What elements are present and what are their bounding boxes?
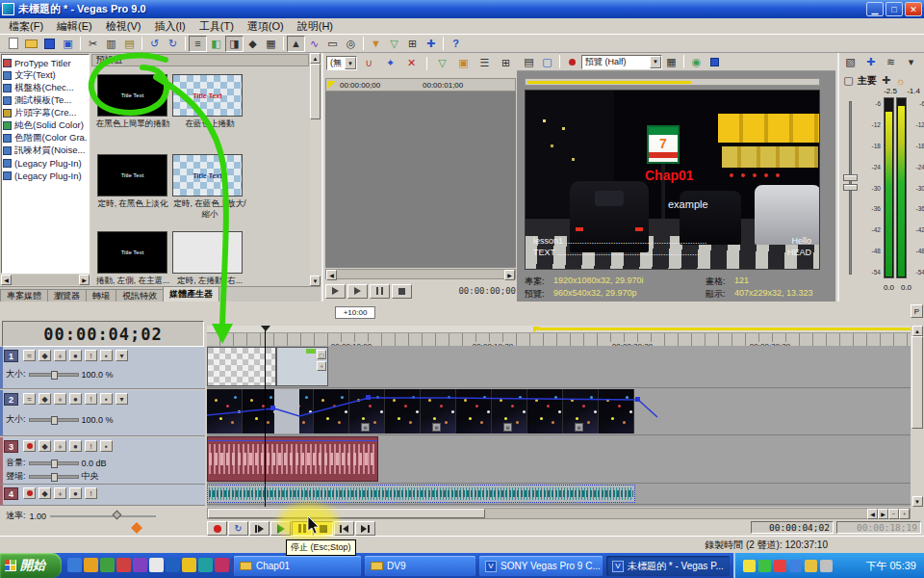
arm-record-icon[interactable] <box>23 487 36 499</box>
tray-network-icon[interactable] <box>789 560 802 572</box>
scrollbar-thumb[interactable] <box>208 509 485 518</box>
master-fader-handle-right[interactable] <box>843 184 858 191</box>
quicklaunch-browser-icon[interactable] <box>67 558 82 572</box>
quicklaunch-winamp-icon[interactable] <box>198 558 213 572</box>
preset-thumbnail[interactable]: Title Text <box>97 154 167 197</box>
record-icon[interactable] <box>563 54 581 70</box>
trimmer-play-icon[interactable] <box>325 284 346 299</box>
tab-video-fx[interactable]: 視訊特效 <box>116 289 164 302</box>
taskbar-task-chap01[interactable]: Chap01 <box>234 556 361 576</box>
minimize-button[interactable]: ▁ <box>866 2 884 16</box>
ignore-grouping-icon[interactable]: ▦ <box>262 36 280 52</box>
solo-icon[interactable]: ! <box>85 440 97 452</box>
solo-icon[interactable]: ! <box>85 393 97 405</box>
generator-item[interactable]: 文字(Text) <box>3 69 88 82</box>
track-lanes[interactable]: ▢ ＋ ⊞ ⊞ <box>207 346 911 507</box>
save-snapshot-icon[interactable] <box>706 54 724 70</box>
downmix-icon[interactable]: ▾ <box>902 54 920 70</box>
bypass-motion-blur-icon[interactable]: ≈ <box>23 393 36 405</box>
tray-volume-icon[interactable] <box>805 560 817 572</box>
play-from-start-button[interactable] <box>249 521 270 536</box>
taskbar-task-dv9[interactable]: DV9 <box>365 556 475 576</box>
mute-icon[interactable]: ● <box>69 487 82 499</box>
mute-icon[interactable]: ● <box>69 440 82 452</box>
preset-thumbnail[interactable]: Title Text <box>97 231 167 274</box>
automation-icon[interactable]: ▪ <box>100 393 113 405</box>
hamburger-icon[interactable]: ☰ <box>475 55 494 71</box>
keyframe-cursor-icon[interactable] <box>131 522 142 534</box>
generated-media-icon[interactable]: ▢ <box>317 350 326 359</box>
lock-envelopes-icon[interactable]: ◆ <box>244 36 262 52</box>
menu-help[interactable]: 說明(H) <box>291 18 340 35</box>
insert-fx-icon[interactable]: ✚ <box>861 54 880 70</box>
whats-this-help-icon[interactable]: ? <box>447 36 465 52</box>
quicklaunch-media-player-icon[interactable] <box>116 558 131 572</box>
event-pan-crop-icon[interactable]: ⊞ <box>503 423 512 432</box>
generator-item[interactable]: 測試模板(Te... <box>3 94 88 107</box>
bus-window-icon[interactable]: ▢ <box>843 72 854 89</box>
selection-end-box[interactable]: 00:00:18;19 <box>836 521 921 534</box>
event-pan-crop-icon[interactable]: ⊞ <box>432 423 441 432</box>
remove-icon[interactable]: ✕ <box>402 55 421 71</box>
track-pan-slider[interactable] <box>29 475 79 479</box>
tray-update-icon[interactable] <box>774 560 786 572</box>
arm-record-icon[interactable] <box>23 440 36 452</box>
pan-corner-button[interactable]: P <box>911 304 923 318</box>
compositing-mode-icon[interactable]: ▾ <box>116 350 128 361</box>
track-volume-slider[interactable] <box>29 461 79 465</box>
pause-button[interactable] <box>292 521 312 536</box>
scroll-down-icon[interactable]: ▼ <box>912 496 923 507</box>
snapshot-icon[interactable]: ◉ <box>687 54 706 70</box>
master-fader-handle-left[interactable] <box>843 174 858 181</box>
track-header-4[interactable]: 4 ◆ ＋ ● ! 音量: 0.0 dB <box>0 485 205 506</box>
undo-icon[interactable]: ↺ <box>145 36 164 52</box>
trimmer-ruler[interactable]: 00:00:00;00 00:00:01;00 <box>325 78 516 92</box>
generator-item[interactable]: (Legacy Plug-In) <box>3 157 88 170</box>
trimmer-workarea[interactable] <box>325 92 516 268</box>
automation-icon[interactable]: ▪ <box>100 440 113 452</box>
generator-item[interactable]: 棋盤格(Chec... <box>3 82 88 94</box>
generator-item[interactable]: (Legacy Plug-In) <box>3 170 88 182</box>
link-icon[interactable]: ⊞ <box>497 55 515 71</box>
preview-loop-bar[interactable] <box>525 78 820 86</box>
auto-ripple-icon[interactable]: ◨ <box>225 36 244 52</box>
snapping-icon[interactable]: ≡ <box>189 36 207 52</box>
timeline-marker-tag[interactable]: +10:00 <box>335 306 375 319</box>
close-button[interactable]: ✕ <box>905 2 922 16</box>
zoom-in-icon[interactable]: ＋ <box>899 509 910 519</box>
trimmer-hscrollbar[interactable]: ◀▶ <box>325 269 516 279</box>
loop-region-bar[interactable] <box>537 328 911 330</box>
track-fx-icon[interactable]: ＋ <box>54 393 66 405</box>
track-fx-icon[interactable]: ＋ <box>54 440 66 452</box>
go-to-end-button[interactable] <box>355 521 375 536</box>
edit-cursor-handle[interactable] <box>261 326 270 331</box>
go-to-start-button[interactable] <box>334 521 354 536</box>
generator-item[interactable]: 色階圖(Color Gra... <box>3 132 88 144</box>
taskbar-task-vegas-help[interactable]: V SONY Vegas Pro 9 C... <box>479 556 603 576</box>
quicklaunch-photo-icon[interactable] <box>182 558 196 572</box>
lane-track-2[interactable]: ⊞ ⊞ ⊞ ⊞ <box>207 388 911 435</box>
auto-crossfade-icon[interactable]: ◧ <box>207 36 225 52</box>
lane-track-4[interactable] <box>207 484 911 505</box>
external-monitor-icon[interactable]: ▢ <box>538 54 556 70</box>
tray-safely-remove-icon[interactable] <box>820 560 833 572</box>
overlay-grid-icon[interactable]: ▦ <box>662 54 680 70</box>
lane-track-1[interactable]: ▢ ＋ <box>207 346 911 388</box>
generator-item[interactable]: ProType Titler <box>3 57 88 69</box>
quicklaunch-mail-icon[interactable] <box>84 558 98 572</box>
video-preview-frame[interactable]: 7 Chap01 example lesso <box>525 90 820 270</box>
track-fx-icon[interactable]: ＋ <box>54 350 66 361</box>
save-icon[interactable] <box>40 36 59 52</box>
generator-item[interactable]: 訊噪材質(Noise... <box>3 144 88 157</box>
maximize-button[interactable]: □ <box>886 2 903 16</box>
taskbar-task-vegas-active[interactable]: V 未標題的 * - Vegas P... <box>606 556 730 576</box>
stop-button[interactable] <box>313 521 333 536</box>
audio-event-clip-selected[interactable] <box>207 485 635 503</box>
tab-explorer[interactable]: 瀏覽器 <box>47 289 87 302</box>
velocity-envelope[interactable] <box>207 388 911 435</box>
invert-phase-icon[interactable]: ◆ <box>38 487 51 499</box>
scroll-up-icon[interactable]: ▲ <box>310 53 321 64</box>
track-header-1[interactable]: 1 ≈ ◆ ＋ ● ! ▪ ▾ 大小: 100.0 % <box>0 347 205 389</box>
mute-icon[interactable]: ● <box>69 350 82 361</box>
chevron-down-icon[interactable]: ▼ <box>345 57 356 69</box>
